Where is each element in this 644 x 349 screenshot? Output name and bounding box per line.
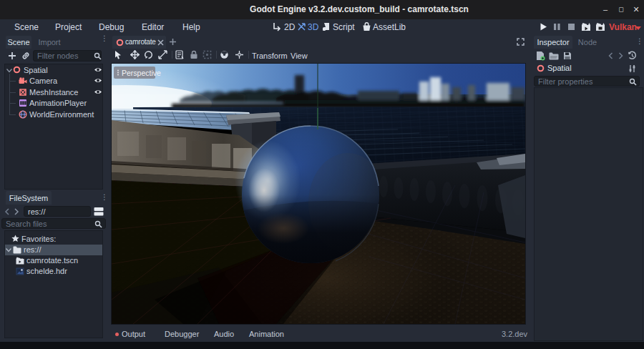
svg-text:Perspective: Perspective xyxy=(122,69,161,77)
